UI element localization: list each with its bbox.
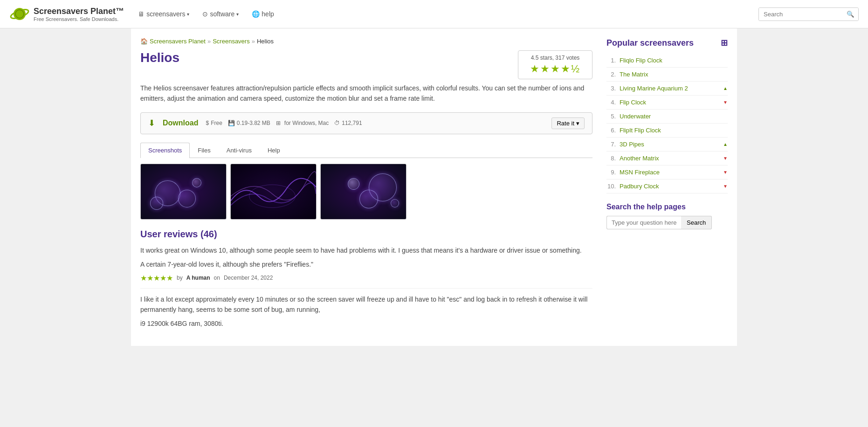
trend-down-icon-3: ▼ [723,170,728,175]
popular-item-link-10[interactable]: Padbury Clock [620,183,719,190]
popular-item-link-8[interactable]: Another Matrix [620,155,719,162]
tabs: Screenshots Files Anti-virus Help [140,143,592,158]
wave-svg [231,164,316,219]
download-meta: $ Free 💾 0.19-3.82 MB ⊞ for Windows, Mac… [206,120,544,126]
sidebar-title: Popular screensavers ⊞ [606,38,728,48]
file-icon: 💾 [228,120,235,126]
item-num: 7. [606,141,616,148]
tab-antivirus[interactable]: Anti-virus [219,143,260,158]
svg-point-3 [16,10,23,18]
trend-down-icon-2: ▼ [723,156,728,161]
list-item: 1. Fliqlo Flip Clock [606,54,728,68]
list-item: 2. The Matrix [606,68,728,82]
circle-icon: ⊙ [202,10,208,18]
rating-stars: ★★★★½ [526,63,585,75]
item-num: 9. [606,169,616,176]
main-container: 🏠 Screensavers Planet » Screensavers » H… [131,28,737,346]
breadcrumb-current: Helios [257,38,274,45]
item-num: 2. [606,71,616,78]
trend-down-icon: ▼ [723,100,728,105]
popular-item-link-3[interactable]: Living Marine Aquarium 2 [620,85,719,92]
monitor-icon: 🖥 [138,10,145,18]
breadcrumb-screensavers[interactable]: Screensavers [213,38,249,45]
search-button[interactable]: 🔍 [843,8,858,21]
review-divider [140,288,592,289]
screenshots-grid [140,164,592,220]
download-label: Download [163,119,198,127]
popular-item-link-4[interactable]: Flip Clock [620,99,719,106]
trend-up-icon: ▲ [723,86,728,91]
price-item: $ Free [206,120,222,126]
content-area: 🏠 Screensavers Planet » Screensavers » H… [140,38,592,337]
screenshot-1[interactable] [140,164,227,220]
search-input[interactable] [759,8,843,21]
screenshot-2[interactable] [230,164,317,220]
item-num: 4. [606,99,616,106]
tab-files[interactable]: Files [190,143,218,158]
rate-label: Rate it [557,120,574,127]
review-2: I like it a lot except approximately eve… [140,294,592,329]
platform-item: ⊞ for Windows, Mac [276,120,329,126]
tab-screenshots[interactable]: Screenshots [140,143,190,158]
home-icon: 🏠 [140,38,148,45]
item-num: 5. [606,113,616,120]
description: The Helios screensaver features attracti… [140,83,592,104]
rate-button[interactable]: Rate it ▾ [551,117,585,129]
globe-icon: 🌐 [252,10,260,18]
dollar-icon: $ [206,120,209,126]
popular-item-link-6[interactable]: FlipIt Flip Clock [620,127,728,134]
nav-screensavers-label: screensavers [146,10,185,18]
main-nav: 🖥 screensavers ▾ ⊙ software ▾ 🌐 help [133,7,749,21]
review-1: It works great on Windows 10, although s… [140,245,592,282]
breadcrumb-home[interactable]: Screensavers Planet [150,38,206,45]
rate-caret-icon: ▾ [576,120,579,127]
help-search-button[interactable]: Search [681,216,712,229]
downloads-item: ⏱ 112,791 [334,120,362,126]
tab-help[interactable]: Help [260,143,288,158]
nav-screensavers[interactable]: 🖥 screensavers ▾ [133,7,194,21]
reviews-title: User reviews (46) [140,229,592,240]
screenshot-3[interactable] [320,164,406,220]
review-1-by: by [177,275,183,281]
help-search-input[interactable] [606,216,681,229]
nav-software[interactable]: ⊙ software ▾ [198,7,243,21]
downloads-label: 112,791 [342,120,362,126]
list-item: 5. Underwater [606,110,728,124]
popular-item-link-7[interactable]: 3D Pipes [620,141,719,148]
chevron-down-icon: ▾ [187,12,189,17]
breadcrumb: 🏠 Screensavers Planet » Screensavers » H… [140,38,592,45]
list-item: 7. 3D Pipes ▲ [606,138,728,152]
logo-icon [9,4,30,24]
size-item: 💾 0.19-3.82 MB [228,120,270,126]
windows-icon: ⊞ [721,38,728,48]
nav-help[interactable]: 🌐 help [247,7,278,21]
popular-item-link-1[interactable]: Fliqlo Flip Clock [620,57,728,64]
download-bar: ⬇ Download $ Free 💾 0.19-3.82 MB ⊞ for W… [140,112,592,134]
popular-title-text: Popular screensavers [606,38,694,48]
chevron-down-icon-2: ▾ [236,12,239,17]
rating-box: 4.5 stars, 317 votes ★★★★½ [518,50,592,79]
svg-point-4 [249,185,296,207]
list-item: 3. Living Marine Aquarium 2 ▲ [606,82,728,96]
platform-label: for Windows, Mac [284,120,329,126]
review-1-text1: It works great on Windows 10, although s… [140,245,592,255]
breadcrumb-sep-1: » [207,38,211,45]
item-num: 8. [606,155,616,162]
header-search-area: 🔍 [758,7,859,21]
list-item: 10. Padbury Clock ▼ [606,179,728,193]
item-num: 6. [606,127,616,134]
popular-item-link-5[interactable]: Underwater [620,113,728,120]
nav-help-label: help [262,10,274,18]
review-1-on: on [214,275,220,281]
title-rating-row: Helios 4.5 stars, 317 votes ★★★★½ [140,50,592,79]
logo-link[interactable]: Screensavers Planet™ Free Screensavers. … [9,4,124,24]
download-link[interactable]: Download [163,119,198,127]
logo-title: Screensavers Planet™ [34,7,124,16]
popular-item-link-2[interactable]: The Matrix [620,71,728,78]
breadcrumb-sep-2: » [252,38,255,45]
review-2-text1: I like it a lot except approximately eve… [140,294,592,315]
item-num: 1. [606,57,616,64]
popular-item-link-9[interactable]: MSN Fireplace [620,169,719,176]
list-item: 9. MSN Fireplace ▼ [606,165,728,179]
review-1-text2: A certain 7-year-old loves it, although … [140,259,592,269]
